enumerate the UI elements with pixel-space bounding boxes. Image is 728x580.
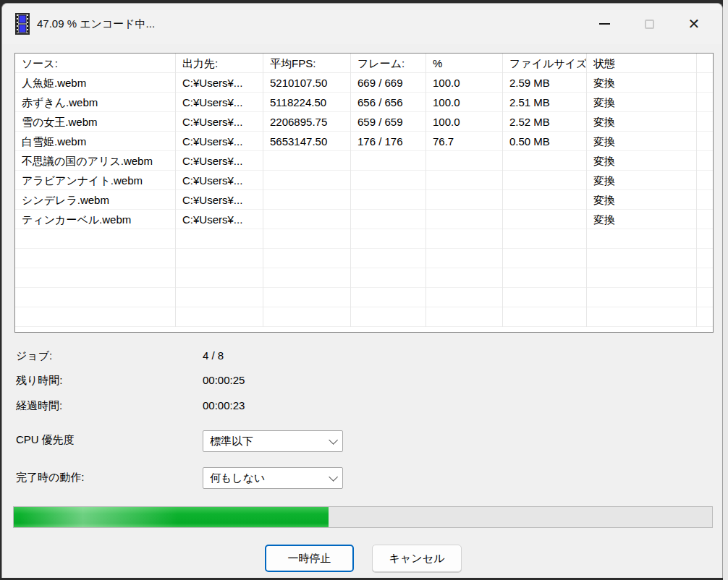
pause-button[interactable]: 一時停止 bbox=[265, 545, 354, 572]
table-row bbox=[15, 307, 713, 327]
table-cell bbox=[587, 268, 697, 288]
table-cell: 変換 bbox=[587, 171, 697, 190]
table-row[interactable]: アラビアンナイト.webmC:¥Users¥...変換 bbox=[15, 171, 713, 190]
table-cell bbox=[426, 171, 503, 190]
table-cell: 変換 bbox=[587, 132, 697, 151]
table-cell bbox=[263, 190, 351, 210]
table-cell bbox=[426, 190, 503, 210]
table-cell: C:¥Users¥... bbox=[176, 112, 263, 132]
table-cell bbox=[176, 288, 263, 307]
minimize-button[interactable] bbox=[582, 9, 627, 38]
table-row[interactable]: 白雪姫.webmC:¥Users¥...5653147.50176 / 1767… bbox=[15, 132, 713, 151]
table-cell bbox=[697, 132, 713, 151]
table-cell bbox=[697, 307, 713, 327]
column-header[interactable]: フレーム: bbox=[351, 54, 426, 73]
column-header[interactable]: 平均FPS: bbox=[263, 54, 351, 73]
time-remaining-value: 00:00:25 bbox=[203, 374, 245, 386]
table-cell bbox=[351, 249, 426, 268]
table-row bbox=[15, 268, 713, 288]
table-cell: C:¥Users¥... bbox=[176, 190, 263, 210]
job-count-label: ジョブ: bbox=[16, 349, 52, 363]
table-cell bbox=[351, 151, 426, 171]
table-cell bbox=[351, 171, 426, 190]
table-row[interactable]: シンデレラ.webmC:¥Users¥...変換 bbox=[15, 190, 713, 210]
table-row[interactable]: 赤ずきん.webmC:¥Users¥...5118224.50656 / 656… bbox=[15, 93, 713, 112]
cpu-priority-label: CPU 優先度 bbox=[16, 433, 75, 447]
table-cell bbox=[697, 93, 713, 112]
table-cell bbox=[587, 249, 697, 268]
table-cell bbox=[351, 268, 426, 288]
table-body: 人魚姫.webmC:¥Users¥...5210107.50669 / 6691… bbox=[15, 73, 713, 327]
table-cell bbox=[176, 249, 263, 268]
table-row[interactable]: 人魚姫.webmC:¥Users¥...5210107.50669 / 6691… bbox=[15, 73, 713, 93]
table-cell: シンデレラ.webm bbox=[15, 190, 176, 210]
table-cell: C:¥Users¥... bbox=[176, 210, 263, 229]
close-button[interactable]: ✕ bbox=[672, 9, 716, 38]
table-cell bbox=[351, 288, 426, 307]
table-cell bbox=[587, 229, 697, 249]
table-cell bbox=[503, 249, 587, 268]
progress-fill bbox=[14, 507, 329, 527]
maximize-icon bbox=[645, 20, 654, 29]
progress-bar bbox=[13, 506, 713, 528]
table-cell bbox=[351, 210, 426, 229]
table-cell bbox=[697, 288, 713, 307]
table-row bbox=[15, 288, 713, 307]
table-cell bbox=[176, 268, 263, 288]
column-header[interactable]: % bbox=[426, 54, 503, 73]
table-cell bbox=[503, 307, 587, 327]
table-cell bbox=[263, 229, 351, 249]
column-header[interactable]: 状態 bbox=[587, 54, 697, 73]
table-cell: 2206895.75 bbox=[263, 112, 351, 132]
title-bar: 47.09 % エンコード中... ✕ bbox=[2, 4, 722, 44]
table-cell bbox=[697, 249, 713, 268]
table-row[interactable]: 雪の女王.webmC:¥Users¥...2206895.75659 / 659… bbox=[15, 112, 713, 132]
table-cell: 5210107.50 bbox=[263, 73, 351, 93]
table-cell: 100.0 bbox=[426, 112, 503, 132]
table-cell bbox=[587, 288, 697, 307]
table-cell bbox=[587, 307, 697, 327]
maximize-button[interactable] bbox=[627, 9, 672, 38]
time-remaining-label: 残り時間: bbox=[16, 374, 63, 388]
table-cell bbox=[697, 171, 713, 190]
table-cell: 人魚姫.webm bbox=[15, 73, 176, 93]
table-row[interactable]: ティンカーベル.webmC:¥Users¥...変換 bbox=[15, 210, 713, 229]
table-cell: C:¥Users¥... bbox=[176, 93, 263, 112]
caption-controls: ✕ bbox=[582, 4, 716, 44]
table-cell bbox=[503, 229, 587, 249]
table-cell bbox=[15, 249, 176, 268]
table-cell bbox=[503, 210, 587, 229]
table-cell: 変換 bbox=[587, 73, 697, 93]
table-cell: 2.59 MB bbox=[503, 73, 587, 93]
table-row bbox=[15, 249, 713, 268]
film-strip-icon bbox=[14, 13, 31, 35]
column-header[interactable] bbox=[697, 54, 713, 73]
cpu-priority-select[interactable]: 標準以下 bbox=[203, 430, 343, 452]
table-cell: 変換 bbox=[587, 151, 697, 171]
minimize-icon bbox=[599, 23, 610, 25]
table-cell bbox=[263, 288, 351, 307]
table-cell: 2.52 MB bbox=[503, 112, 587, 132]
cancel-button[interactable]: キャンセル bbox=[372, 545, 462, 572]
table-cell: 変換 bbox=[587, 190, 697, 210]
table-cell: 変換 bbox=[587, 93, 697, 112]
column-header[interactable]: 出力先: bbox=[176, 54, 263, 73]
table-cell: 669 / 669 bbox=[351, 73, 426, 93]
column-header[interactable]: ファイルサイズ: bbox=[503, 54, 587, 73]
table-header-row: ソース:出力先:平均FPS:フレーム:%ファイルサイズ:状態 bbox=[15, 54, 713, 73]
completion-action-label: 完了時の動作: bbox=[16, 471, 85, 485]
column-header[interactable]: ソース: bbox=[15, 54, 176, 73]
completion-action-value: 何もしない bbox=[210, 472, 265, 485]
table-cell: 雪の女王.webm bbox=[15, 112, 176, 132]
table-cell bbox=[503, 288, 587, 307]
table-cell: C:¥Users¥... bbox=[176, 132, 263, 151]
table-row[interactable]: 不思議の国のアリス.webmC:¥Users¥...変換 bbox=[15, 151, 713, 171]
table-cell bbox=[503, 171, 587, 190]
table-cell bbox=[697, 73, 713, 93]
table-cell: C:¥Users¥... bbox=[176, 171, 263, 190]
completion-action-select[interactable]: 何もしない bbox=[203, 467, 343, 489]
table-cell: 76.7 bbox=[426, 132, 503, 151]
background-strip bbox=[723, 0, 728, 580]
table-cell bbox=[263, 249, 351, 268]
table-cell: 5653147.50 bbox=[263, 132, 351, 151]
